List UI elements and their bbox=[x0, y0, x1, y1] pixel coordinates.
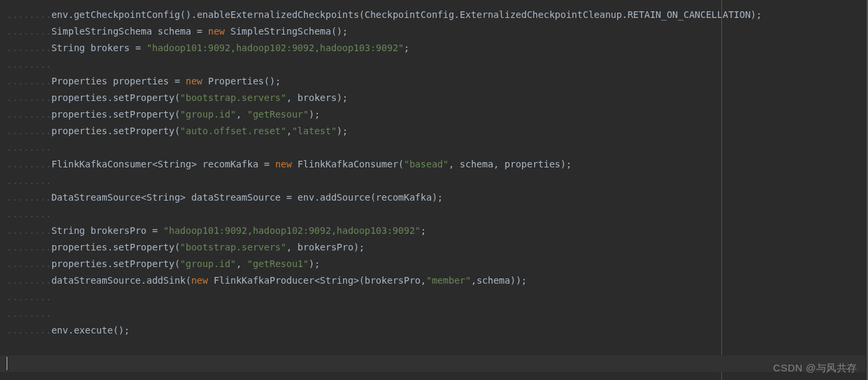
caret-line-highlight bbox=[0, 355, 865, 372]
code-editor[interactable]: ........env.getCheckpointConfig().enable… bbox=[0, 0, 868, 380]
right-margin-guide bbox=[721, 0, 722, 380]
watermark-text: CSDN @与风共存 bbox=[773, 359, 857, 376]
text-caret bbox=[7, 357, 7, 370]
code-content[interactable]: ........env.getCheckpointConfig().enable… bbox=[0, 7, 867, 339]
